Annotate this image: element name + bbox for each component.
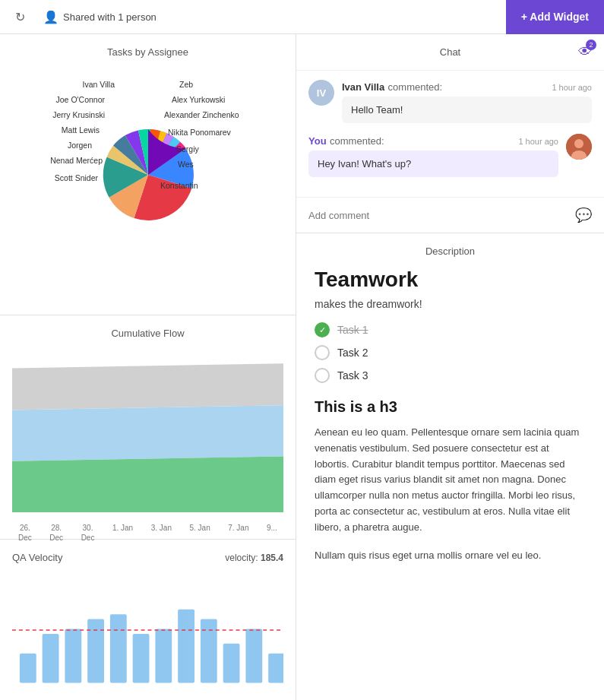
x-label-7: 9... bbox=[267, 523, 277, 543]
pie-label-jorgen: Jorgen bbox=[68, 141, 92, 150]
svg-rect-7 bbox=[110, 614, 127, 683]
add-widget-button[interactable]: + Add Widget bbox=[506, 0, 604, 34]
svg-rect-13 bbox=[245, 629, 262, 683]
cumulative-flow-widget: Cumulative Flow 26.Dec 28.Dec 30.Dec 1. … bbox=[0, 315, 296, 540]
qa-velocity-widget: QA Velocity velocity: 185.4 bbox=[0, 540, 296, 700]
shared-info: 👤 Shared with 1 person bbox=[31, 10, 169, 24]
avatar-you bbox=[566, 134, 592, 160]
svg-rect-11 bbox=[201, 619, 217, 683]
chat-messages: IV Ivan Villa commented: 1 hour ago Hell… bbox=[296, 71, 604, 197]
check-circle-2[interactable] bbox=[315, 368, 330, 383]
chat-message-0: IV Ivan Villa commented: 1 hour ago Hell… bbox=[308, 80, 592, 123]
tasks-by-assignee-widget: Tasks by Assignee bbox=[0, 34, 296, 315]
msg-content-1: You commented: 1 hour ago Hey Ivan! What… bbox=[308, 134, 558, 177]
qa-velocity-title: QA Velocity bbox=[12, 552, 62, 563]
pie-label-jerry: Jerry Krusinski bbox=[52, 110, 105, 119]
svg-rect-4 bbox=[43, 634, 59, 683]
svg-marker-2 bbox=[12, 457, 283, 512]
pie-label-matt: Matt Lewis bbox=[62, 125, 100, 135]
x-label-4: 3. Jan bbox=[151, 523, 172, 543]
bar-chart-svg bbox=[12, 569, 283, 691]
pie-label-nenad: Nenad Merćep bbox=[50, 156, 103, 165]
svg-point-17 bbox=[574, 139, 583, 148]
msg-bubble-1: Hey Ivan! What's up? bbox=[308, 150, 558, 177]
x-label-3: 1. Jan bbox=[112, 523, 133, 543]
left-column: Tasks by Assignee bbox=[0, 34, 296, 700]
add-comment-input[interactable] bbox=[308, 210, 568, 221]
msg-time-1: 1 hour ago bbox=[518, 137, 558, 146]
main-content: Tasks by Assignee bbox=[0, 34, 604, 700]
velocity-header: QA Velocity velocity: 185.4 bbox=[12, 552, 283, 563]
shared-label: Shared with 1 person bbox=[63, 11, 157, 23]
add-comment-area[interactable]: 💬 bbox=[296, 197, 604, 233]
msg-sender-1: You bbox=[308, 135, 327, 147]
pie-label-konstantin: Konstantin bbox=[160, 181, 198, 190]
avatar-ivan: IV bbox=[308, 80, 334, 106]
velocity-prefix: velocity: bbox=[225, 553, 261, 563]
x-label-1: 28.Dec bbox=[49, 523, 63, 543]
cumulative-flow-chart bbox=[12, 350, 283, 517]
description-widget: Description Teamwork makes the dreamwork… bbox=[296, 233, 604, 588]
msg-header-0: Ivan Villa commented: 1 hour ago bbox=[342, 80, 592, 93]
chat-message-1: You commented: 1 hour ago Hey Ivan! What… bbox=[308, 134, 592, 177]
svg-rect-12 bbox=[223, 644, 240, 683]
top-bar-left: ↻ 👤 Shared with 1 person bbox=[9, 4, 506, 30]
you-avatar-img bbox=[566, 134, 592, 160]
right-column: Chat 👁 2 IV Ivan Villa bbox=[296, 34, 604, 700]
top-bar: ↻ 👤 Shared with 1 person + Add Widget bbox=[0, 0, 604, 34]
task-label-0: Task 1 bbox=[337, 324, 368, 336]
pie-label-wes: Wes bbox=[178, 160, 194, 169]
msg-action-0: commented: bbox=[388, 81, 443, 93]
pie-label-alex-y: Alex Yurkowski bbox=[172, 95, 225, 104]
refresh-button[interactable]: ↻ bbox=[9, 4, 31, 30]
pie-label-alex-z: Alexander Zinchenko bbox=[164, 110, 239, 119]
person-icon: 👤 bbox=[43, 10, 59, 24]
velocity-value-area: velocity: 185.4 bbox=[225, 553, 283, 563]
eye-badge-area: 👁 2 bbox=[578, 44, 592, 60]
pie-label-zeb: Zeb bbox=[179, 80, 193, 89]
x-label-6: 7. Jan bbox=[228, 523, 248, 543]
chat-title: Chat 👁 2 bbox=[296, 34, 604, 71]
msg-header-1: You commented: 1 hour ago bbox=[308, 134, 558, 147]
cumulative-flow-title: Cumulative Flow bbox=[12, 328, 283, 339]
svg-rect-3 bbox=[20, 654, 36, 683]
msg-action-1: commented: bbox=[330, 135, 384, 147]
msg-time-0: 1 hour ago bbox=[552, 83, 592, 92]
svg-rect-5 bbox=[65, 629, 81, 683]
checklist-item-1: Task 2 bbox=[315, 345, 586, 360]
checklist-item-0: ✓ Task 1 bbox=[315, 322, 586, 337]
msg-meta-0: Ivan Villa commented: bbox=[342, 80, 442, 93]
x-label-2: 30.Dec bbox=[81, 523, 95, 543]
pie-chart-area: Ivan Villa Joe O'Connor Jerry Krusinski … bbox=[12, 68, 283, 281]
cumulative-svg bbox=[12, 350, 283, 517]
chat-widget: Chat 👁 2 IV Ivan Villa bbox=[296, 34, 604, 233]
description-paragraph-2: Nullam quis risus eget urna mollis ornar… bbox=[315, 548, 586, 564]
pie-label-scott: Scott Snider bbox=[55, 173, 98, 182]
svg-rect-9 bbox=[155, 629, 172, 683]
msg-meta-1: You commented: bbox=[308, 134, 384, 147]
checklist-item-2: Task 3 bbox=[315, 368, 586, 383]
svg-marker-0 bbox=[12, 363, 283, 410]
svg-marker-1 bbox=[12, 405, 283, 461]
comment-bubble-icon: 💬 bbox=[575, 207, 592, 223]
check-circle-0[interactable]: ✓ bbox=[315, 322, 330, 337]
check-circle-1[interactable] bbox=[315, 345, 330, 360]
eye-badge-count: 2 bbox=[586, 40, 596, 50]
task-label-1: Task 2 bbox=[337, 347, 368, 359]
svg-rect-10 bbox=[178, 610, 194, 683]
x-label-0: 26.Dec bbox=[18, 523, 32, 543]
pie-label-nikita: Nikita Ponomarev bbox=[168, 128, 231, 137]
checklist: ✓ Task 1 Task 2 Task 3 bbox=[315, 322, 586, 383]
svg-rect-14 bbox=[268, 654, 283, 683]
x-label-5: 5. Jan bbox=[189, 523, 210, 543]
svg-rect-8 bbox=[133, 634, 150, 683]
description-heading: Teamwork bbox=[315, 268, 586, 292]
pie-label-ivan: Ivan Villa bbox=[83, 80, 115, 89]
msg-content-0: Ivan Villa commented: 1 hour ago Hello T… bbox=[342, 80, 592, 123]
pie-label-sergiy: Sergiy bbox=[176, 144, 199, 154]
pie-labels: Ivan Villa Joe O'Connor Jerry Krusinski … bbox=[12, 68, 283, 281]
tasks-by-assignee-title: Tasks by Assignee bbox=[12, 46, 283, 58]
velocity-number: 185.4 bbox=[261, 553, 283, 563]
pie-label-joe: Joe O'Connor bbox=[56, 95, 105, 104]
description-h3: This is a h3 bbox=[315, 398, 586, 416]
